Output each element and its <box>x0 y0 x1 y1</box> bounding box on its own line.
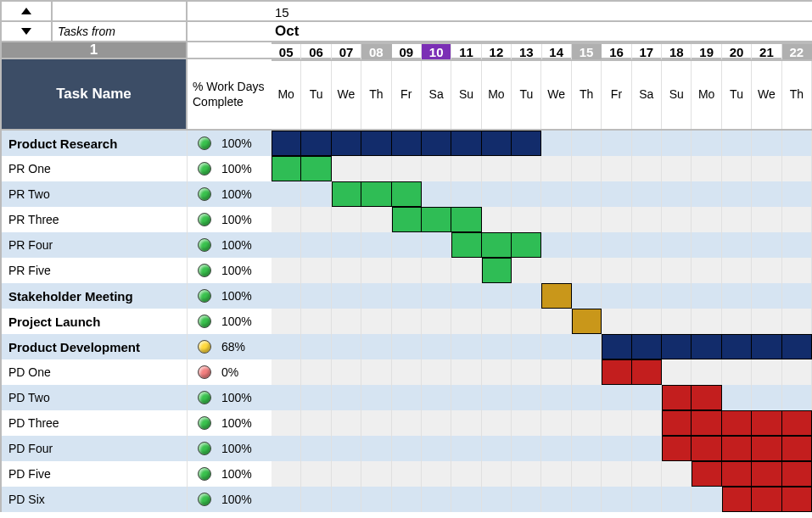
task-row: Stakeholder Meeting100% <box>2 283 812 309</box>
gantt-cell <box>632 461 662 487</box>
gantt-cell <box>272 131 301 156</box>
task-name: PR One <box>2 156 188 181</box>
gantt-cell <box>482 461 512 487</box>
calendar-header: 15 Oct 050607080910111213141516171819202… <box>272 2 812 61</box>
gantt-cell <box>482 385 512 410</box>
task-pct-cell: 100% <box>188 232 272 258</box>
gantt-cell <box>632 232 662 258</box>
gantt-cell <box>602 207 631 232</box>
gantt-cell <box>602 359 631 385</box>
task-pct-value: 100% <box>216 187 266 201</box>
gantt-cell <box>752 131 781 156</box>
task-row: Product Research100% <box>2 131 812 156</box>
gantt-cell <box>572 207 602 232</box>
gantt-cell <box>572 156 602 181</box>
day-of-week: Tu <box>722 59 752 129</box>
column-header-pct: % Work Days Complete <box>188 59 272 131</box>
gantt-cell <box>541 410 571 436</box>
task-row: PD Three100% <box>2 410 812 436</box>
gantt-cell <box>722 283 752 309</box>
gantt-cell <box>752 283 781 309</box>
gantt-cell <box>301 359 331 385</box>
gantt-cell <box>332 461 361 487</box>
task-pct-value: 100% <box>216 264 266 277</box>
gantt-cell <box>541 385 571 410</box>
status-ball-icon <box>198 493 211 506</box>
task-pct-cell: 100% <box>188 385 272 410</box>
gantt-cell <box>692 309 721 334</box>
gantt-cell <box>602 487 631 512</box>
task-pct-value: 68% <box>216 340 266 354</box>
gantt-cell <box>332 181 361 207</box>
task-name: PR Four <box>2 232 188 258</box>
gantt-cell <box>632 385 662 410</box>
gantt-cell <box>602 410 631 436</box>
day-number: 09 <box>392 44 422 59</box>
day-of-week: Su <box>451 59 481 129</box>
task-row: PD Six100% <box>2 487 812 512</box>
gantt-cell <box>451 461 481 487</box>
day-number: 19 <box>692 44 721 59</box>
gantt-cell <box>692 436 721 461</box>
gantt-cell <box>301 461 331 487</box>
gantt-cell <box>722 334 752 359</box>
day-number: 15 <box>572 44 602 59</box>
task-counter: 1 <box>2 42 188 58</box>
task-pct-cell: 100% <box>188 461 272 487</box>
gantt-cell <box>541 359 571 385</box>
gantt-cell <box>662 207 692 232</box>
gantt-cell <box>482 487 512 512</box>
gantt-cell <box>722 207 752 232</box>
pct-label-line1: % Work Days <box>193 79 266 94</box>
gantt-cell <box>301 309 331 334</box>
day-of-week: Sa <box>422 59 451 129</box>
gantt-cell <box>662 385 692 410</box>
scroll-up-button[interactable] <box>2 2 53 20</box>
gantt-cell <box>662 436 692 461</box>
status-ball-icon <box>198 467 211 481</box>
gantt-lane <box>272 359 812 385</box>
gantt-cell <box>482 207 512 232</box>
gantt-cell <box>422 309 451 334</box>
gantt-cell <box>332 131 361 156</box>
task-pct-value: 100% <box>216 238 266 252</box>
gantt-cell <box>361 232 391 258</box>
gantt-cell <box>722 258 752 283</box>
task-pct-cell: 100% <box>188 487 272 512</box>
gantt-cell <box>512 359 541 385</box>
gantt-cell <box>722 359 752 385</box>
day-number: 05 <box>272 44 301 59</box>
gantt-cell <box>692 334 721 359</box>
status-ball-icon <box>198 442 211 455</box>
gantt-cell <box>332 283 361 309</box>
day-of-week: Fr <box>392 59 422 129</box>
gantt-cell <box>451 181 481 207</box>
calendar-day-numbers: 050607080910111213141516171819202122 <box>272 42 812 61</box>
gantt-cell <box>272 410 301 436</box>
gantt-cell <box>572 309 602 334</box>
gantt-cell <box>301 436 331 461</box>
gantt-cell <box>482 258 512 283</box>
gantt-cell <box>632 436 662 461</box>
triangle-up-icon <box>21 8 31 14</box>
gantt-cell <box>541 461 571 487</box>
task-row: PD Four100% <box>2 436 812 461</box>
gantt-cell <box>392 258 422 283</box>
task-name: PD One <box>2 359 188 385</box>
gantt-cell <box>422 436 451 461</box>
calendar-month: Oct <box>272 22 812 42</box>
gantt-cell <box>512 487 541 512</box>
day-of-week: Tu <box>512 59 541 129</box>
gantt-cell <box>422 283 451 309</box>
gantt-cell <box>482 410 512 436</box>
scroll-down-button[interactable] <box>2 22 53 41</box>
gantt-cell <box>392 487 422 512</box>
gantt-cell <box>541 258 571 283</box>
gantt-cell <box>301 283 331 309</box>
gantt-cell <box>272 258 301 283</box>
day-of-week: Mo <box>272 59 301 129</box>
gantt-cell <box>752 334 781 359</box>
task-pct-value: 100% <box>216 213 266 226</box>
gantt-cell <box>512 309 541 334</box>
gantt-cell <box>332 232 361 258</box>
